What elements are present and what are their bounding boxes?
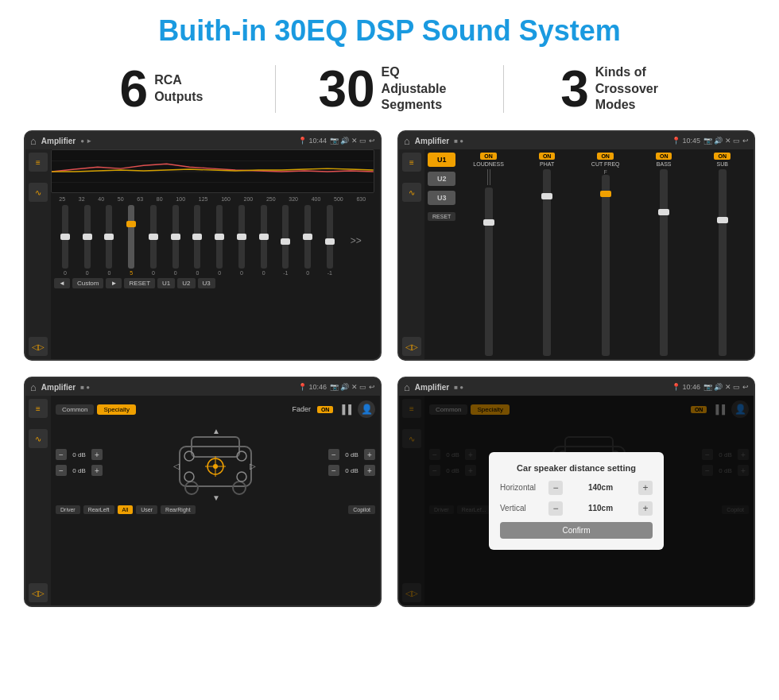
stat-label-eq: EQ AdjustableSegments — [382, 64, 461, 114]
xover-status-icons: 📷 🔊 ✕ ▭ ↩ — [703, 137, 749, 145]
fader-app-title: Amplifier — [41, 383, 76, 392]
confirm-button[interactable]: Confirm — [500, 522, 653, 539]
svg-text:▲: ▲ — [212, 427, 220, 435]
eq-more[interactable]: >> — [349, 234, 363, 248]
all-btn[interactable]: All — [118, 505, 134, 514]
eq-status-bar: ⌂ Amplifier ● ► 📍 10:44 📷 🔊 ✕ ▭ ↩ — [25, 132, 380, 149]
screens-grid: ⌂ Amplifier ● ► 📍 10:44 📷 🔊 ✕ ▭ ↩ ≡ ∿ ◁▷ — [0, 122, 779, 615]
eq-prev-btn[interactable]: ◄ — [54, 278, 70, 288]
sub-on-btn[interactable]: ON — [714, 153, 731, 160]
eq-reset-btn[interactable]: RESET — [124, 278, 155, 288]
horizontal-label: Horizontal — [500, 483, 544, 492]
eq-u2-btn[interactable]: U2 — [177, 278, 195, 288]
copilot-btn[interactable]: Copilot — [348, 505, 375, 514]
svg-point-13 — [184, 472, 194, 481]
fader-main-area: Common Specialty Fader ON ▐▐ 👤 − 0 dB + — [51, 396, 380, 605]
common-tab[interactable]: Common — [56, 404, 94, 415]
speaker-distance-dialog: Car speaker distance setting Horizontal … — [489, 452, 664, 550]
vertical-value: 110cm — [568, 504, 634, 512]
fader-status-icons: 📷 🔊 ✕ ▭ ↩ — [330, 383, 375, 391]
eq-screen: ⌂ Amplifier ● ► 📍 10:44 📷 🔊 ✕ ▭ ↩ ≡ ∿ ◁▷ — [24, 130, 382, 361]
phat-label: PHAT — [540, 161, 554, 167]
fader-ctrl-wave[interactable]: ∿ — [29, 429, 48, 448]
xover-reset-btn[interactable]: RESET — [428, 212, 455, 221]
dialog-time: 📍 10:46 — [672, 383, 700, 391]
rearright-btn[interactable]: RearRight — [161, 505, 196, 514]
stat-number-eq: 30 — [318, 64, 374, 114]
eq-u3-btn[interactable]: U3 — [198, 278, 215, 288]
loudness-label: LOUDNESS — [473, 161, 504, 167]
rearleft-btn[interactable]: RearLeft — [83, 505, 114, 514]
xover-u3-btn[interactable]: U3 — [428, 191, 455, 205]
phat-on-btn[interactable]: ON — [539, 153, 556, 160]
eq-ctrl-wave[interactable]: ∿ — [29, 183, 48, 202]
xover-ctrl-filter[interactable]: ≡ — [402, 153, 421, 172]
fader-bottom-row: Driver RearLeft All User RearRight Copil… — [56, 505, 375, 514]
xover-loudness: ON LOUDNESS — [460, 153, 517, 356]
eq-ctrl-volume[interactable]: ◁▷ — [29, 337, 48, 356]
fader-dots: ■ ● — [80, 384, 90, 391]
vertical-minus-btn[interactable]: − — [548, 501, 563, 516]
vertical-plus-btn[interactable]: + — [638, 501, 653, 516]
db4-value: 0 dB — [342, 467, 362, 474]
stat-label-rca: RCAOutputs — [154, 72, 203, 106]
svg-point-6 — [233, 481, 246, 494]
xover-time: 📍 10:45 — [672, 137, 700, 145]
eq-screen-content: ≡ ∿ ◁▷ 25324050638010012516020025 — [25, 149, 380, 359]
xover-home-icon[interactable]: ⌂ — [404, 135, 410, 147]
fader-tabs-row: Common Specialty Fader ON ▐▐ 👤 — [56, 400, 375, 418]
db4-plus-btn[interactable]: + — [364, 465, 375, 476]
eq-slider-7: 0 — [194, 205, 200, 276]
svg-point-5 — [185, 481, 198, 494]
svg-point-14 — [237, 472, 246, 481]
db2-minus-btn[interactable]: − — [56, 465, 67, 476]
specialty-tab[interactable]: Specialty — [97, 404, 135, 415]
dialog-status-bar: ⌂ Amplifier ■ ● 📍 10:46 📷 🔊 ✕ ▭ ↩ — [399, 378, 754, 396]
svg-point-10 — [213, 464, 218, 469]
eq-next-btn[interactable]: ► — [106, 278, 122, 288]
user-btn[interactable]: User — [136, 505, 157, 514]
eq-status-icons: 📷 🔊 ✕ ▭ ↩ — [330, 137, 375, 145]
eq-u1-btn[interactable]: U1 — [157, 278, 175, 288]
db3-plus-btn[interactable]: + — [364, 449, 375, 460]
eq-left-controls: ≡ ∿ ◁▷ — [25, 149, 51, 359]
fader-on-badge[interactable]: ON — [317, 406, 334, 413]
xover-dots: ■ ● — [454, 137, 463, 145]
xover-app-title: Amplifier — [415, 137, 449, 145]
cutfreq-on-btn[interactable]: ON — [597, 153, 614, 160]
eq-ctrl-filter[interactable]: ≡ — [29, 153, 48, 172]
home-icon[interactable]: ⌂ — [30, 135, 37, 147]
svg-text:▼: ▼ — [212, 493, 220, 502]
fader-avatar-icon: 👤 — [358, 400, 375, 418]
horizontal-value: 140cm — [568, 483, 634, 492]
dialog-app-title: Amplifier — [415, 383, 449, 392]
db1-minus-btn[interactable]: − — [56, 449, 67, 460]
horizontal-plus-btn[interactable]: + — [638, 481, 653, 495]
loudness-on-btn[interactable]: ON — [480, 153, 497, 160]
fader-label: Fader — [292, 405, 311, 413]
fader-left-controls: ≡ ∿ ◁▷ — [25, 396, 51, 605]
xover-ctrl-wave[interactable]: ∿ — [402, 183, 421, 202]
xover-u2-btn[interactable]: U2 — [428, 172, 455, 186]
fader-ctrl-volume[interactable]: ◁▷ — [29, 583, 48, 602]
db4-minus-btn[interactable]: − — [328, 465, 339, 476]
eq-slider-9: 0 — [238, 205, 245, 276]
fader-ctrl-filter[interactable]: ≡ — [29, 399, 48, 418]
fader-home-icon[interactable]: ⌂ — [30, 381, 37, 393]
dialog-home-icon[interactable]: ⌂ — [404, 381, 410, 393]
db1-plus-btn[interactable]: + — [91, 449, 103, 460]
db3-minus-btn[interactable]: − — [328, 449, 339, 460]
car-diagram: ◁ ▷ ▲ ▼ — [109, 423, 322, 502]
eq-custom-btn[interactable]: Custom — [72, 278, 104, 288]
horizontal-minus-btn[interactable]: − — [548, 481, 563, 495]
db2-plus-btn[interactable]: + — [91, 465, 103, 476]
svg-text:▷: ▷ — [250, 462, 256, 470]
dialog-dots: ■ ● — [454, 384, 463, 391]
bass-on-btn[interactable]: ON — [656, 153, 672, 160]
eq-app-title: Amplifier — [41, 137, 76, 145]
xover-ctrl-volume[interactable]: ◁▷ — [402, 337, 421, 356]
sub-label: SUB — [717, 161, 728, 167]
xover-u1-btn[interactable]: U1 — [428, 153, 455, 167]
driver-btn[interactable]: Driver — [56, 505, 80, 514]
fader-center-controls: − 0 dB + − 0 dB + — [56, 423, 375, 502]
